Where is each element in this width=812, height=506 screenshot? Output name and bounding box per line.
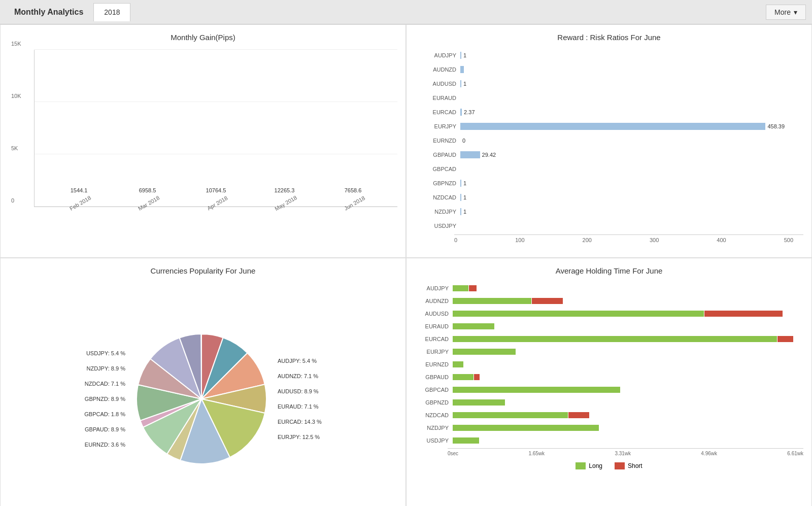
aht-bars xyxy=(453,361,798,368)
aht-bars xyxy=(453,424,798,431)
aht-bar-long xyxy=(453,425,599,431)
bar-value-label: 6958.5 xyxy=(139,187,156,193)
bar-group: 1544.1Feb 2018 xyxy=(61,187,97,207)
rr-axis-label: 0 xyxy=(454,237,457,243)
aht-bar-short xyxy=(777,336,793,342)
currencies-popularity-panel: Currencies Popularity For June USDJPY: 5… xyxy=(0,258,406,506)
y-axis-label: 0 xyxy=(11,197,14,204)
aht-axis-label: 6.61wk xyxy=(787,451,803,456)
rr-row: USDJPY xyxy=(425,220,793,231)
aht-bars xyxy=(453,335,798,343)
rr-value-label: 1 xyxy=(463,194,466,200)
rr-bar-area xyxy=(460,222,793,230)
reward-risk-panel: Reward : Risk Ratios For June AUDJPY1AUD… xyxy=(406,24,812,258)
avg-holding-time-panel: Average Holding Time For June AUDJPYAUDN… xyxy=(406,258,812,506)
bar-value-label: 10764.5 xyxy=(206,187,226,193)
aht-bar-long xyxy=(453,412,568,418)
aht-bar-short xyxy=(474,374,479,380)
pie-labels-left: USDJPY: 5.4 %NZDJPY: 8.9 %NZDCAD: 7.1 %G… xyxy=(84,350,125,448)
aht-bars xyxy=(453,399,798,406)
rr-row-label: GBPNZD xyxy=(425,180,460,186)
aht-row: EURJPY xyxy=(420,347,798,357)
more-button[interactable]: More ▾ xyxy=(766,5,806,20)
aht-row-label: EURJPY xyxy=(420,349,453,355)
rr-row-label: NZDJPY xyxy=(425,209,460,215)
rr-bar-area: 1 xyxy=(460,179,793,187)
aht-bar-long xyxy=(453,285,468,291)
aht-bars xyxy=(453,374,798,381)
legend-long-label: Long xyxy=(589,462,602,469)
rr-value-label: 1 xyxy=(463,81,466,87)
pie-label-left: NZDCAD: 7.1 % xyxy=(84,381,125,387)
pie-label-right: EURCAD: 14.3 % xyxy=(278,419,322,425)
rr-value-label: 458.39 xyxy=(767,123,785,129)
rr-chart: AUDJPY1AUDNZDAUDUSD1EURAUDEURCAD2.37EURJ… xyxy=(415,50,803,231)
rr-row: AUDNZD xyxy=(425,64,793,75)
aht-row-label: USDJPY xyxy=(420,437,453,444)
aht-row: USDJPY xyxy=(420,435,798,446)
pie-label-left: GBPNZD: 8.9 % xyxy=(84,396,125,402)
aht-row: NZDCAD xyxy=(420,410,798,420)
aht-bar-long xyxy=(453,374,473,380)
pie-label-right: AUDUSD: 8.9 % xyxy=(278,388,322,394)
aht-row: EURCAD xyxy=(420,334,798,344)
aht-bars xyxy=(453,437,798,444)
rr-bar xyxy=(460,109,462,116)
aht-bars xyxy=(453,310,798,317)
bar-value-label: 7658.6 xyxy=(345,187,362,193)
rr-bar xyxy=(460,66,464,73)
rr-row: EURCAD2.37 xyxy=(425,107,793,118)
legend-long-box xyxy=(576,462,586,469)
rr-row: AUDUSD1 xyxy=(425,78,793,89)
aht-bar-long xyxy=(453,336,777,342)
aht-chart: AUDJPYAUDNZDAUDUSDEURAUDEURCADEURJPYEURN… xyxy=(415,283,803,446)
year-tab[interactable]: 2018 xyxy=(93,3,130,21)
rr-row: EURNZD0 xyxy=(425,135,793,146)
rr-bar xyxy=(460,151,480,158)
rr-row-label: EURAUD xyxy=(425,95,460,101)
rr-bar-area: 29.42 xyxy=(460,151,793,159)
aht-axis-label: 0sec xyxy=(448,451,458,456)
pie-label-left: GBPAUD: 8.9 % xyxy=(84,426,125,432)
pie-labels-right: AUDJPY: 5.4 %AUDNZD: 7.1 %AUDUSD: 8.9 %E… xyxy=(278,358,322,440)
reward-risk-title: Reward : Risk Ratios For June xyxy=(415,33,803,42)
aht-row: AUDUSD xyxy=(420,309,798,319)
bar-x-label: Feb 2018 xyxy=(69,194,92,212)
pie-label-left: EURNZD: 3.6 % xyxy=(84,442,125,448)
monthly-gain-chart: 15K10K5K01544.1Feb 20186958.5Mar 2018107… xyxy=(9,50,397,232)
rr-row: NZDCAD1 xyxy=(425,192,793,203)
aht-axis-label: 4.96wk xyxy=(701,451,717,456)
bar-x-label: Apr 2018 xyxy=(206,195,229,212)
rr-axis-label: 300 xyxy=(650,237,659,243)
rr-bar-area: 1 xyxy=(460,193,793,201)
aht-row: AUDNZD xyxy=(420,296,798,306)
rr-row-label: GBPAUD xyxy=(425,152,460,158)
aht-bars xyxy=(453,412,798,419)
rr-bar-area xyxy=(460,165,793,173)
aht-row-label: GBPCAD xyxy=(420,387,453,393)
aht-row: GBPCAD xyxy=(420,385,798,395)
pie-label-right: AUDJPY: 5.4 % xyxy=(278,358,322,364)
aht-row: EURNZD xyxy=(420,359,798,369)
aht-bars xyxy=(453,285,798,292)
pie-section: USDJPY: 5.4 %NZDJPY: 8.9 %NZDCAD: 7.1 %G… xyxy=(9,283,397,506)
rr-value-label: 2.37 xyxy=(464,109,475,115)
legend-short-box xyxy=(615,462,625,469)
pie-label-right: AUDNZD: 7.1 % xyxy=(278,373,322,379)
rr-axis: 0100200300400500 xyxy=(454,234,803,243)
rr-row: EURAUD xyxy=(425,92,793,104)
dashboard: Monthly Gain(Pips) 15K10K5K01544.1Feb 20… xyxy=(0,24,812,506)
chevron-down-icon: ▾ xyxy=(794,8,797,16)
rr-bar xyxy=(460,180,461,187)
aht-bars xyxy=(453,348,798,355)
aht-bar-long xyxy=(453,349,516,355)
rr-value-label: 29.42 xyxy=(482,152,496,158)
aht-row: NZDJPY xyxy=(420,423,798,433)
legend: Long Short xyxy=(415,462,803,469)
legend-short-label: Short xyxy=(628,462,642,469)
aht-row-label: NZDCAD xyxy=(420,412,453,418)
monthly-gain-panel: Monthly Gain(Pips) 15K10K5K01544.1Feb 20… xyxy=(0,24,406,258)
aht-bar-long xyxy=(453,437,479,444)
bar-chart-inner: 15K10K5K01544.1Feb 20186958.5Mar 2018107… xyxy=(34,50,397,207)
rr-axis-label: 100 xyxy=(515,237,524,243)
